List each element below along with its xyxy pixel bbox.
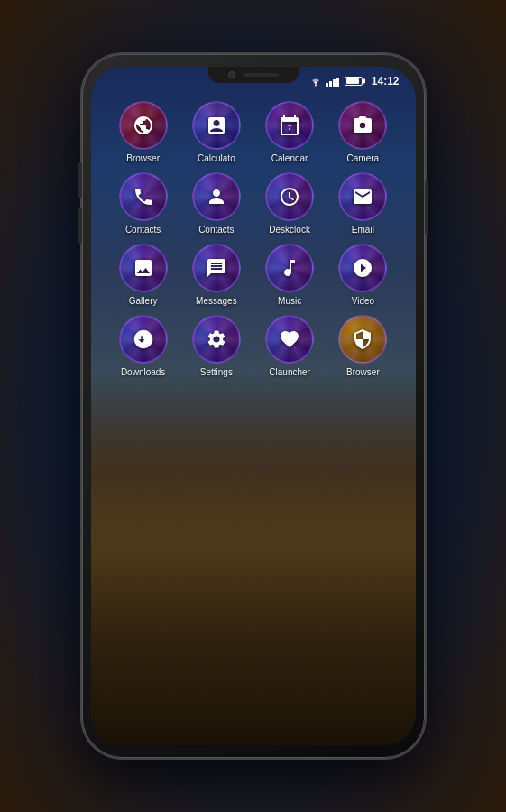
clock-icon (279, 186, 300, 208)
browser-icon (133, 115, 154, 136)
app-email-label: Email (352, 225, 374, 235)
svg-point-0 (315, 84, 317, 86)
battery-fill (346, 78, 359, 84)
app-gallery[interactable]: Gallery (109, 244, 178, 306)
svg-text:7: 7 (288, 124, 292, 132)
app-deskclock-label: Deskclock (269, 225, 310, 235)
status-icons: 14:12 (309, 75, 400, 88)
contacts-icon (206, 186, 227, 208)
app-gallery-label: Gallery (129, 296, 158, 306)
video-icon (352, 257, 373, 279)
calendar-icon: 7 (279, 115, 300, 136)
heart-icon (279, 328, 300, 350)
app-clauncher-label: Clauncher (269, 367, 310, 377)
app-messages[interactable]: Messages (182, 244, 251, 306)
phone-icon (133, 186, 154, 208)
app-settings-label: Settings (200, 367, 233, 377)
app-messages-label: Messages (196, 296, 237, 306)
app-downloads[interactable]: Downloads (109, 315, 178, 377)
app-settings[interactable]: Settings (182, 315, 251, 377)
phone-device: 14:12 Browser (82, 54, 425, 758)
city-overlay (91, 372, 416, 745)
settings-icon (206, 328, 227, 350)
phone-notch (208, 67, 299, 83)
gallery-icon (133, 257, 154, 279)
app-camera[interactable]: Camera (328, 101, 397, 163)
speaker (243, 73, 279, 77)
app-grid: Browser Calculato (91, 92, 416, 386)
app-contacts-label: Contacts (198, 225, 234, 235)
app-music[interactable]: Music (255, 244, 324, 306)
signal-icon (326, 76, 339, 87)
app-calculator[interactable]: Calculato (182, 101, 251, 163)
app-calendar[interactable]: 7 Calendar (255, 101, 324, 163)
app-music-label: Music (278, 296, 301, 306)
app-browser2[interactable]: Browser (328, 315, 397, 377)
wifi-icon (309, 77, 322, 87)
app-contacts-phone[interactable]: Contacts (109, 172, 178, 235)
front-camera (228, 71, 235, 78)
app-calculator-label: Calculato (198, 153, 235, 163)
status-time: 14:12 (372, 75, 400, 88)
downloads-icon (133, 328, 154, 350)
app-video-label: Video (352, 296, 374, 306)
calculator-icon (206, 115, 227, 136)
power-button[interactable] (425, 180, 428, 235)
app-downloads-label: Downloads (121, 367, 165, 377)
music-icon (279, 257, 300, 279)
camera-icon (352, 115, 373, 136)
app-contacts-phone-label: Contacts (125, 225, 161, 235)
app-browser[interactable]: Browser (109, 101, 178, 163)
volume-up-button[interactable] (78, 162, 82, 198)
phone-screen: 14:12 Browser (91, 67, 416, 745)
app-browser-label: Browser (126, 153, 160, 163)
app-email[interactable]: Email (328, 172, 397, 235)
messages-icon (206, 257, 227, 279)
app-browser2-label: Browser (346, 367, 380, 377)
shield-icon (352, 328, 373, 350)
email-icon (352, 186, 373, 208)
app-calendar-label: Calendar (271, 153, 308, 163)
battery-icon (345, 77, 363, 86)
app-contacts-person[interactable]: Contacts (182, 172, 251, 235)
app-video[interactable]: Video (328, 244, 397, 306)
app-deskclock[interactable]: Deskclock (255, 172, 324, 235)
volume-down-button[interactable] (78, 208, 82, 244)
app-camera-label: Camera (347, 153, 380, 163)
app-clauncher[interactable]: Clauncher (255, 315, 324, 377)
